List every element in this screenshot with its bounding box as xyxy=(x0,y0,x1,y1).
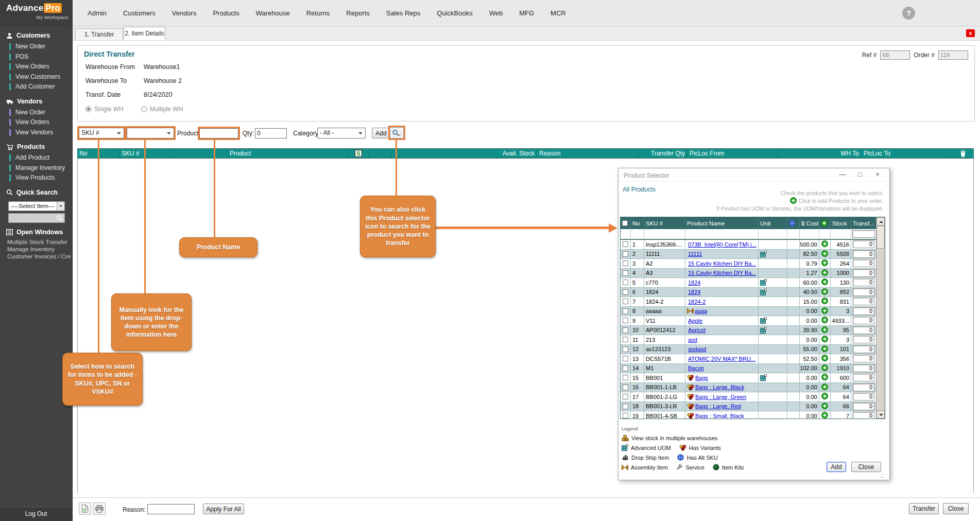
quick-search-select[interactable]: ----Select Item---- xyxy=(8,201,65,211)
row-checkbox[interactable] xyxy=(623,366,628,371)
filter-cell[interactable] xyxy=(851,229,876,240)
reason-input[interactable] xyxy=(147,504,195,514)
filter-cell[interactable] xyxy=(631,229,644,240)
close-button[interactable]: Close xyxy=(943,503,969,514)
menu-item-sales-reps[interactable]: Sales Reps xyxy=(386,9,420,17)
product-link[interactable]: 073B_Intel(R) Core(TM) i... xyxy=(688,241,757,248)
category-select[interactable]: - All - xyxy=(317,128,366,138)
transfer-qty-input[interactable]: 0 xyxy=(853,345,874,353)
transfer-qty-input[interactable]: 0 xyxy=(853,403,874,410)
row-checkbox[interactable] xyxy=(623,299,628,304)
add-product-icon[interactable] xyxy=(821,384,828,391)
add-product-icon[interactable] xyxy=(821,374,828,381)
product-link[interactable]: Bags : Small, Black xyxy=(695,413,744,419)
transfer-qty-input[interactable]: 0 xyxy=(853,384,874,391)
sidebar-item-add-customer[interactable]: Add Customer xyxy=(0,82,72,92)
tab-1-transfer-details[interactable]: 1. Transfer Details xyxy=(75,28,123,40)
product-link[interactable]: Bacon xyxy=(688,365,704,371)
menu-item-admin[interactable]: Admin xyxy=(88,9,107,17)
row-checkbox[interactable] xyxy=(623,413,628,419)
row-checkbox[interactable] xyxy=(623,260,628,266)
dialog-close-button[interactable]: Close xyxy=(851,462,881,472)
add-product-icon[interactable] xyxy=(821,403,828,410)
row-checkbox[interactable] xyxy=(623,289,628,295)
scroll-up-icon[interactable] xyxy=(876,217,885,225)
add-product-icon[interactable] xyxy=(821,326,828,334)
transfer-qty-input[interactable]: 0 xyxy=(853,307,874,315)
maximize-icon[interactable]: □ xyxy=(851,168,869,182)
tab-2-item-details[interactable]: 2. Item Details xyxy=(124,27,165,40)
add-product-icon[interactable] xyxy=(821,307,828,315)
sidebar-item-view-orders[interactable]: View Orders xyxy=(0,62,72,72)
sidebar-item-pos[interactable]: POS xyxy=(0,52,72,62)
row-checkbox[interactable] xyxy=(623,394,628,400)
app-logo[interactable]: AdvancePro My Workspace xyxy=(0,0,73,26)
logout-button[interactable]: Log Out xyxy=(0,507,72,521)
transfer-qty-input[interactable]: 0 xyxy=(853,279,874,286)
row-checkbox[interactable] xyxy=(623,356,628,361)
row-checkbox[interactable] xyxy=(623,270,628,276)
sidebar-item-new-order[interactable]: New Order xyxy=(0,108,72,118)
quick-search-input[interactable] xyxy=(8,213,65,223)
add-product-icon[interactable] xyxy=(821,288,828,296)
sidebar-item-manage-inventory[interactable]: Manage Inventory xyxy=(0,163,72,173)
menu-item-quickbooks[interactable]: QuickBooks xyxy=(437,9,472,17)
add-product-icon[interactable] xyxy=(821,298,828,305)
sidebar-item-view-customers[interactable]: View Customers xyxy=(0,72,72,82)
sidebar-section-vendors[interactable]: Vendors xyxy=(0,95,72,108)
add-button[interactable]: Add xyxy=(372,128,390,138)
filter-input[interactable] xyxy=(852,230,875,238)
minimize-icon[interactable]: — xyxy=(834,168,851,182)
product-link[interactable]: asd xyxy=(688,337,697,343)
open-window-manage-inventory[interactable]: Manage Inventory xyxy=(0,246,72,253)
filter-cell[interactable] xyxy=(787,229,800,240)
radio-icon[interactable] xyxy=(141,106,147,112)
add-product-icon[interactable] xyxy=(821,345,828,353)
product-link[interactable]: 15 Cavity Kitchen DIY Ba... xyxy=(688,260,756,267)
add-product-icon[interactable] xyxy=(821,336,828,343)
transfer-qty-input[interactable]: 0 xyxy=(853,355,874,362)
add-product-icon[interactable] xyxy=(821,279,828,286)
dialog-scrollbar[interactable] xyxy=(876,217,885,419)
open-window-customer-invoices-cre[interactable]: Customer Invoices / Cre xyxy=(0,253,72,260)
menu-item-reports[interactable]: Reports xyxy=(346,9,370,17)
product-link[interactable]: 1824-2 xyxy=(688,299,706,305)
sidebar-section-products[interactable]: Products xyxy=(0,141,72,153)
dialog-title-bar[interactable]: Product Selector —□× xyxy=(618,168,889,182)
printer-icon[interactable] xyxy=(93,502,106,515)
add-product-icon[interactable] xyxy=(821,364,828,372)
order-input[interactable]: 119 xyxy=(938,50,968,60)
filter-cell[interactable] xyxy=(819,229,831,240)
row-checkbox[interactable] xyxy=(623,280,628,285)
row-checkbox[interactable] xyxy=(623,385,628,390)
add-product-icon[interactable] xyxy=(821,393,828,401)
transfer-qty-input[interactable]: 0 xyxy=(853,269,874,277)
add-product-icon[interactable] xyxy=(821,269,828,277)
radio-multiple-wh[interactable]: Multiple WH xyxy=(141,106,183,113)
transfer-qty-input[interactable]: 0 xyxy=(853,374,874,381)
open-window-multiple-stock-transfer[interactable]: Multiple Stock Transfer xyxy=(0,238,72,246)
menu-item-returns[interactable]: Returns xyxy=(306,9,330,17)
transfer-qty-input[interactable]: 0 xyxy=(853,250,874,258)
menu-item-web[interactable]: Web xyxy=(489,9,503,17)
product-link[interactable]: Bags xyxy=(695,375,708,381)
scroll-down-icon[interactable] xyxy=(876,410,885,419)
product-link[interactable]: aaaa xyxy=(695,308,707,314)
scroll-thumb[interactable] xyxy=(876,226,885,249)
filter-cell[interactable] xyxy=(831,229,851,240)
add-product-icon[interactable] xyxy=(821,250,828,258)
selector-column-checkbox[interactable] xyxy=(621,217,631,229)
sidebar-item-view-vendors[interactable]: View Vendors xyxy=(0,128,72,138)
row-checkbox[interactable] xyxy=(623,327,628,333)
transfer-qty-input[interactable]: 0 xyxy=(853,317,874,324)
transfer-button[interactable]: Transfer xyxy=(909,503,939,514)
transfer-qty-input[interactable]: 0 xyxy=(853,298,874,305)
menu-item-warehouse[interactable]: Warehouse xyxy=(256,9,290,17)
qty-input[interactable]: 0 xyxy=(255,128,287,138)
add-product-icon[interactable] xyxy=(821,259,828,267)
document-icon[interactable] xyxy=(79,502,91,515)
row-checkbox[interactable] xyxy=(623,337,628,342)
product-link[interactable]: ATOMIC 20V MAX* BRU... xyxy=(688,356,755,362)
menu-item-vendors[interactable]: Vendors xyxy=(172,9,197,17)
select-all-checkbox[interactable] xyxy=(622,220,628,226)
